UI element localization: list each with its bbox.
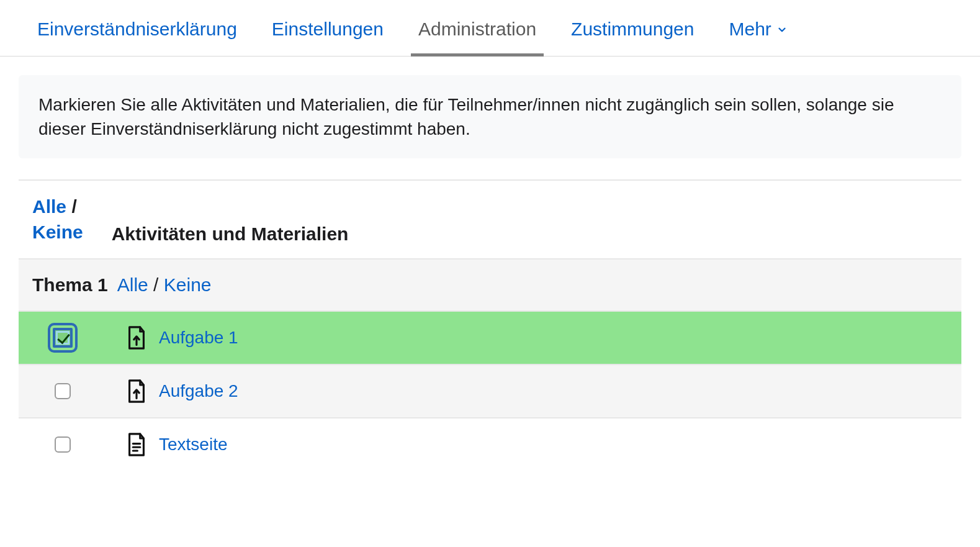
activity-body: Aufgabe 1 [125, 325, 238, 350]
tab-consent[interactable]: Einverständniserklärung [37, 19, 237, 56]
info-message: Markieren Sie alle Aktivitäten und Mater… [19, 75, 961, 158]
activity-checkbox[interactable] [55, 436, 71, 453]
assignment-icon [125, 325, 148, 350]
tab-settings[interactable]: Einstellungen [272, 19, 384, 56]
select-all-link[interactable]: Alle [32, 196, 66, 217]
checkbox-cell [45, 328, 81, 348]
select-all-none: Alle / Keine [32, 194, 83, 245]
assignment-icon [125, 379, 148, 404]
section-select-none-link[interactable]: Keine [164, 274, 212, 295]
tab-bar: Einverständniserklärung Einstellungen Ad… [0, 0, 980, 57]
activity-checkbox[interactable] [53, 328, 73, 348]
column-title: Aktivitäten und Materialien [112, 224, 349, 245]
activity-checkbox[interactable] [55, 383, 71, 399]
page-icon [125, 432, 148, 457]
chevron-down-icon [776, 19, 788, 40]
checkbox-cell [45, 383, 81, 399]
separator-slash: / [71, 196, 76, 217]
checkbox-cell [45, 436, 81, 453]
tab-more-label: Mehr [729, 19, 771, 40]
activity-body: Textseite [125, 432, 228, 457]
activity-row: Aufgabe 1 [19, 312, 961, 365]
select-none-link[interactable]: Keine [32, 222, 83, 242]
activity-link[interactable]: Aufgabe 1 [159, 328, 238, 348]
activity-body: Aufgabe 2 [125, 379, 238, 404]
section-title: Thema 1 [32, 274, 108, 295]
activity-row: Aufgabe 2 [19, 365, 961, 418]
activity-row: Textseite [19, 418, 961, 471]
tab-approvals[interactable]: Zustimmungen [571, 19, 694, 56]
section-select-all-link[interactable]: Alle [117, 274, 148, 295]
table-header: Alle / Keine Aktivitäten und Materialien [19, 181, 961, 260]
activity-link[interactable]: Textseite [159, 435, 228, 454]
activity-link[interactable]: Aufgabe 2 [159, 381, 238, 401]
tab-more[interactable]: Mehr [729, 19, 787, 56]
section-header: Thema 1 Alle / Keine [19, 260, 961, 312]
tab-administration[interactable]: Administration [418, 19, 536, 56]
